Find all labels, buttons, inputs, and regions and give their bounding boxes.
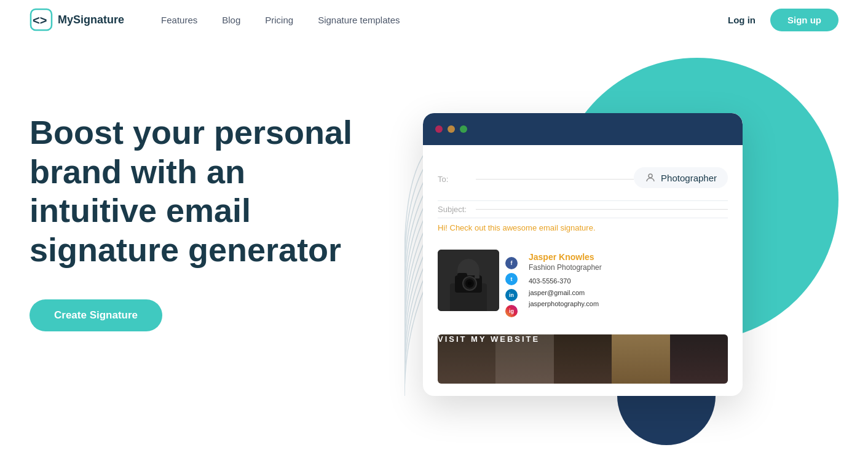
person-icon (645, 172, 656, 183)
hero-right: To: Photographer Subject: Hi! Ch (361, 76, 838, 474)
email-to-field: To: Photographer (438, 157, 728, 201)
nav-actions: Log in Sign up (728, 9, 838, 31)
nav-pricing[interactable]: Pricing (265, 15, 293, 25)
email-mockup-card: To: Photographer Subject: Hi! Ch (423, 113, 743, 396)
signature-title: Fashion Photographer (529, 263, 723, 272)
hero-left: Boost your personal brand with an intuit… (30, 76, 361, 331)
create-signature-button[interactable]: Create Signature (30, 299, 162, 331)
svg-text:<>: <> (33, 14, 47, 27)
window-dot-yellow (448, 125, 455, 133)
window-dot-green (460, 125, 467, 133)
svg-point-10 (468, 282, 471, 285)
nav-blog[interactable]: Blog (222, 15, 240, 25)
email-subject-field: Subject: (438, 201, 728, 218)
signature-website: jasperphotography.com (529, 298, 723, 310)
window-dot-red (435, 125, 443, 133)
svg-point-2 (649, 174, 652, 178)
logo-text: MySignature (58, 14, 124, 26)
signature-info: Jasper Knowles Fashion Photographer 403-… (524, 250, 728, 312)
facebook-icon: f (505, 257, 518, 269)
nav-signature-templates[interactable]: Signature templates (318, 15, 400, 25)
login-button[interactable]: Log in (728, 15, 756, 25)
twitter-icon: t (505, 273, 518, 285)
nav-links: Features Blog Pricing Signature template… (161, 15, 728, 25)
signature-name: Jasper Knowles (529, 252, 723, 262)
nav-features[interactable]: Features (161, 15, 197, 25)
email-card-header (423, 113, 743, 145)
logo[interactable]: <> MySignature (30, 8, 124, 31)
email-body: To: Photographer Subject: Hi! Ch (423, 145, 743, 396)
hero-title: Boost your personal brand with an intuit… (30, 113, 361, 270)
signature-block: f t in ig Jasper Knowles Fashion Photogr… (438, 245, 728, 325)
signature-contact: 403-5556-370 jasper@gmail.com jasperphot… (529, 275, 723, 310)
email-subject-label: Subject: (438, 205, 468, 214)
banner-text: VISIT MY WEBSITE (438, 334, 540, 344)
photographer-pill: Photographer (634, 167, 728, 188)
instagram-icon: ig (505, 305, 518, 317)
photographer-label: Photographer (661, 173, 717, 183)
signature-social-icons: f t in ig (499, 255, 524, 320)
hero-section: Boost your personal brand with an intuit… (0, 39, 868, 474)
linkedin-icon: in (505, 289, 518, 301)
email-preview-text: Hi! Check out this awesome email signatu… (438, 223, 728, 232)
svg-rect-11 (475, 275, 479, 278)
signature-banner: VISIT MY WEBSITE (438, 334, 728, 384)
signature-phone: 403-5556-370 (529, 275, 723, 287)
logo-icon: <> (30, 8, 53, 31)
signup-button[interactable]: Sign up (770, 9, 838, 31)
email-to-label: To: (438, 175, 468, 184)
signature-email: jasper@gmail.com (529, 287, 723, 299)
signature-photo (438, 250, 499, 311)
photographer-image (438, 250, 499, 311)
